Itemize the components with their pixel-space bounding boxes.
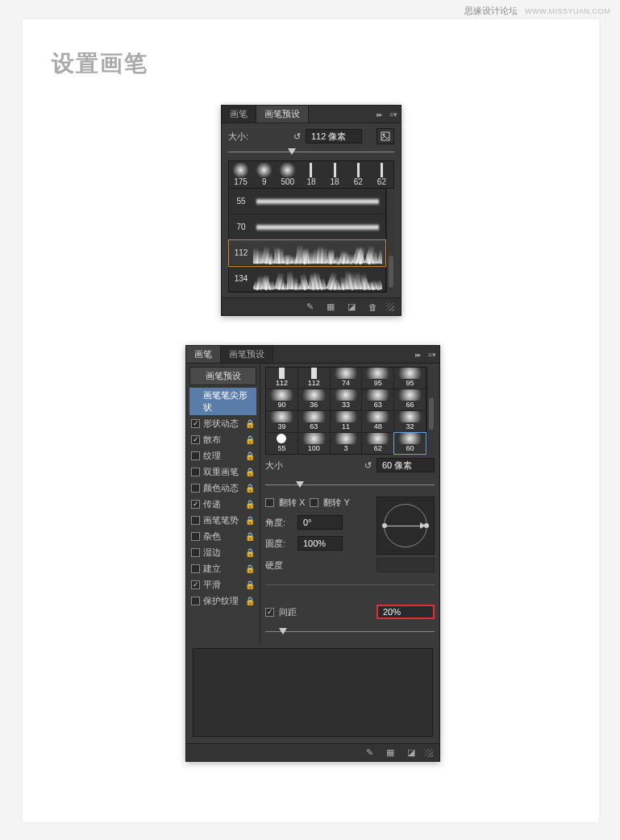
lock-icon[interactable]: 🔒 bbox=[245, 484, 255, 493]
brush-option-11[interactable]: 平滑🔒 bbox=[189, 577, 256, 593]
brush-tip[interactable]: 9 bbox=[252, 161, 276, 188]
option-checkbox[interactable] bbox=[191, 564, 200, 573]
lock-icon[interactable]: 🔒 bbox=[245, 435, 255, 444]
brush-tip-cell[interactable]: 62 bbox=[362, 433, 393, 454]
preset-manager-icon[interactable]: ▦ bbox=[383, 746, 397, 759]
scrollbar[interactable] bbox=[386, 189, 394, 293]
brush-tip-cell[interactable]: 39 bbox=[266, 411, 298, 432]
panel-menu-icon[interactable] bbox=[425, 346, 439, 363]
lock-icon[interactable]: 🔒 bbox=[245, 532, 255, 541]
toggle-preset-button[interactable] bbox=[377, 128, 394, 144]
brush-tip-cell[interactable]: 90 bbox=[266, 389, 298, 410]
roundness-input[interactable]: 100% bbox=[298, 536, 343, 551]
option-checkbox[interactable] bbox=[191, 484, 200, 493]
option-checkbox[interactable] bbox=[191, 500, 200, 509]
option-checkbox[interactable] bbox=[191, 597, 200, 605]
lock-icon[interactable]: 🔒 bbox=[245, 500, 255, 509]
option-checkbox[interactable] bbox=[191, 580, 200, 589]
tab-画笔预设[interactable]: 画笔预设 bbox=[221, 346, 273, 363]
brush-preset-row[interactable]: 70 bbox=[229, 214, 385, 240]
angle-dial[interactable] bbox=[377, 497, 435, 555]
lock-icon[interactable]: 🔒 bbox=[245, 580, 255, 589]
brush-option-9[interactable]: 湿边🔒 bbox=[189, 545, 256, 560]
brush-tip-cell[interactable]: 11 bbox=[331, 411, 362, 432]
option-checkbox[interactable] bbox=[191, 468, 200, 476]
brush-preset-row[interactable]: 134 bbox=[229, 266, 385, 292]
brush-tip-cell[interactable]: 36 bbox=[298, 389, 330, 410]
brush-preset-row[interactable]: 55 bbox=[229, 189, 385, 214]
brush-tip[interactable]: 18 bbox=[323, 161, 347, 188]
brush-tip-cell[interactable]: 63 bbox=[298, 411, 330, 432]
brush-option-6[interactable]: 传递🔒 bbox=[189, 497, 256, 512]
brush-option-3[interactable]: 纹理🔒 bbox=[189, 448, 256, 464]
brush-tip[interactable]: 500 bbox=[276, 161, 299, 188]
lock-icon[interactable]: 🔒 bbox=[245, 468, 255, 476]
tab-画笔[interactable]: 画笔 bbox=[186, 346, 221, 363]
brush-tip-cell[interactable]: 112 bbox=[298, 368, 330, 389]
lock-icon[interactable]: 🔒 bbox=[245, 548, 255, 557]
brush-option-0[interactable]: 画笔笔尖形状 bbox=[189, 388, 256, 415]
lock-icon[interactable]: 🔒 bbox=[245, 564, 255, 573]
brush-tip-cell[interactable]: 74 bbox=[331, 368, 362, 389]
brush-tip-cell[interactable]: 48 bbox=[362, 411, 393, 432]
brush-tip-cell[interactable]: 112 bbox=[266, 368, 298, 389]
brush-option-2[interactable]: 散布🔒 bbox=[189, 432, 256, 447]
resize-grip[interactable] bbox=[425, 749, 433, 757]
brush-tip-cell[interactable]: 63 bbox=[362, 389, 393, 410]
resize-grip[interactable] bbox=[386, 303, 394, 311]
brush-option-7[interactable]: 画笔笔势🔒 bbox=[189, 513, 256, 528]
lock-icon[interactable]: 🔒 bbox=[245, 516, 255, 525]
panel-menu-icon[interactable] bbox=[386, 106, 401, 123]
brush-tip-cell[interactable]: 66 bbox=[394, 389, 426, 410]
spacing-input[interactable]: 20% bbox=[377, 605, 435, 619]
brush-option-1[interactable]: 形状动态🔒 bbox=[189, 416, 256, 431]
brush-option-5[interactable]: 颜色动态🔒 bbox=[189, 480, 256, 496]
brush-option-10[interactable]: 建立🔒 bbox=[189, 561, 256, 576]
brush-tip[interactable]: 175 bbox=[229, 161, 252, 188]
tip-scrollbar[interactable] bbox=[427, 367, 435, 455]
brush-preset-row[interactable]: 112 bbox=[229, 240, 385, 266]
brush-tip-cell[interactable]: 32 bbox=[394, 411, 426, 432]
brush-tip-cell[interactable]: 100 bbox=[298, 433, 330, 454]
brush-tip-cell[interactable]: 33 bbox=[331, 389, 362, 410]
spacing-checkbox[interactable] bbox=[265, 608, 274, 617]
flip-x-checkbox[interactable] bbox=[265, 498, 274, 507]
live-tip-icon[interactable]: ✎ bbox=[362, 746, 377, 759]
option-checkbox[interactable] bbox=[191, 516, 200, 525]
brush-tip-cell[interactable]: 60 bbox=[394, 433, 426, 454]
preset-manager-icon[interactable]: ▦ bbox=[323, 301, 338, 314]
brush-tip[interactable]: 18 bbox=[299, 161, 322, 188]
brush-option-8[interactable]: 杂色🔒 bbox=[189, 529, 256, 544]
spacing-slider[interactable] bbox=[265, 627, 435, 637]
tab-画笔[interactable]: 画笔 bbox=[222, 106, 256, 123]
brush-option-4[interactable]: 双重画笔🔒 bbox=[189, 464, 256, 480]
brush-option-12[interactable]: 保护纹理🔒 bbox=[189, 593, 256, 609]
option-checkbox[interactable] bbox=[191, 419, 200, 428]
trash-icon[interactable]: 🗑 bbox=[365, 301, 380, 314]
size-input[interactable]: 60 像素 bbox=[377, 458, 435, 472]
new-preset-icon[interactable]: ◪ bbox=[344, 301, 359, 314]
lock-icon[interactable]: 🔒 bbox=[245, 419, 255, 428]
brush-tip[interactable]: 62 bbox=[347, 161, 370, 188]
brush-tip-cell[interactable]: 95 bbox=[362, 368, 393, 389]
new-preset-icon[interactable]: ◪ bbox=[404, 746, 418, 759]
option-checkbox[interactable] bbox=[191, 532, 200, 541]
flip-y-checkbox[interactable] bbox=[310, 498, 318, 507]
brush-tip-cell[interactable]: 55 bbox=[266, 433, 298, 454]
angle-input[interactable]: 0° bbox=[298, 515, 343, 530]
reset-icon[interactable]: ↺ bbox=[364, 460, 372, 471]
lock-icon[interactable]: 🔒 bbox=[245, 451, 255, 460]
reset-icon[interactable]: ↺ bbox=[293, 131, 301, 142]
flyout-icon[interactable] bbox=[372, 106, 386, 123]
size-input[interactable]: 112 像素 bbox=[306, 129, 362, 143]
brush-tip-cell[interactable]: 95 bbox=[394, 368, 426, 389]
size-slider[interactable] bbox=[265, 480, 435, 490]
size-slider[interactable] bbox=[228, 148, 394, 157]
live-tip-icon[interactable]: ✎ bbox=[302, 301, 317, 314]
brush-tip-cell[interactable]: 3 bbox=[331, 433, 362, 454]
flyout-icon[interactable] bbox=[410, 346, 425, 363]
option-checkbox[interactable] bbox=[191, 548, 200, 557]
option-checkbox[interactable] bbox=[191, 451, 200, 460]
brush-presets-button[interactable]: 画笔预设 bbox=[189, 367, 256, 385]
tab-画笔预设[interactable]: 画笔预设 bbox=[256, 106, 309, 123]
